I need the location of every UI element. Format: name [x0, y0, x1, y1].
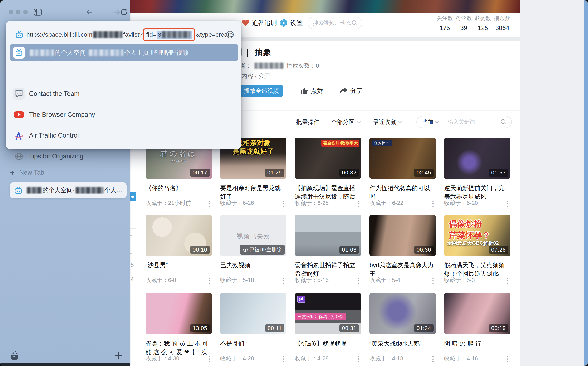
more-options-icon[interactable] [357, 200, 360, 208]
more-options-icon[interactable] [282, 277, 285, 285]
video-title[interactable]: 雀巢：我 的 员 工 不 可 能 这 么 可 爱 ❤【二次元爆改 [146, 339, 212, 356]
video-thumbnail[interactable]: 00:11 [220, 293, 286, 334]
video-title[interactable]: 阴 暗 の 爬 行 [444, 339, 511, 348]
video-card[interactable]: 经死杰米我让你喝，打死你00:31【街霸6】就喝就喝收藏于：4-28 [295, 293, 361, 366]
duration-badge: 01:03 [340, 246, 359, 254]
play-all-button[interactable]: 播放全部视频 [240, 85, 283, 97]
more-options-icon[interactable] [432, 277, 434, 285]
thumbnail-caption: 全网最逆天GBC解析02 [447, 240, 499, 246]
video-thumbnail[interactable]: 01:57 [444, 137, 511, 179]
video-thumbnail[interactable]: 00:10 [146, 215, 212, 256]
more-options-icon[interactable] [432, 200, 434, 208]
more-options-icon[interactable] [208, 200, 211, 208]
video-title[interactable]: 作为怪猎代餐真的可以吗 [370, 184, 436, 201]
search-icon[interactable] [500, 119, 507, 125]
dot [433, 200, 434, 202]
video-thumbnail[interactable]: 00:36 [370, 215, 436, 256]
video-card[interactable]: 00:10“沙县男”收藏于：6-8 [146, 215, 212, 288]
nav-bangumi[interactable]: 追番追剧 [242, 18, 277, 28]
video-title[interactable]: “沙县男” [146, 261, 212, 269]
header-search-input[interactable]: 搜索视频、动态 [308, 17, 362, 29]
scope-dropdown[interactable]: 当前 [423, 118, 439, 126]
keyword-input[interactable]: 输入关键词 [448, 118, 500, 126]
saved-label: 收藏于： [295, 277, 317, 283]
suggestion-browser-company[interactable]: The Browser Company [10, 105, 238, 124]
video-title[interactable]: 逆天萌新提前关门，完美武器尽显威风 [444, 184, 511, 201]
batch-actions-button[interactable]: 批量操作 [296, 116, 319, 128]
video-title[interactable]: “黄泉大战dark天鹅” [370, 339, 436, 348]
more-options-icon[interactable] [208, 277, 211, 285]
video-card[interactable]: 00:19阴 暗 の 爬 行收藏于：4-16 [444, 293, 511, 366]
more-options-icon[interactable] [282, 200, 285, 208]
video-thumbnail[interactable]: 01:24 [370, 293, 436, 334]
video-thumbnail[interactable]: 01:03 [295, 215, 361, 256]
video-title[interactable]: 要是相亲对象是黑龙就好了 [220, 184, 286, 201]
video-card[interactable]: 01:03爱音拍素世拍祥子拍立希壁咚灯收藏于：5-15 [295, 215, 361, 288]
saved-date: 6-25 [317, 200, 329, 206]
video-title[interactable]: 已失效视频 [220, 261, 286, 269]
video-card[interactable]: 任务柜台02:45作为怪猎代餐真的可以吗收藏于：6-22 [370, 137, 436, 211]
sidebar-toggle-icon[interactable] [33, 8, 42, 16]
video-title[interactable]: 爱音拍素世拍祥子拍立希壁咚灯 [295, 261, 361, 278]
more-options-icon[interactable] [357, 277, 360, 285]
suggestion-contact-team[interactable]: Contact the Team [10, 84, 238, 103]
active-tab[interactable]: 的个人空间· 个人… [10, 182, 127, 198]
video-thumbnail[interactable]: 13:05 [146, 293, 212, 334]
suggestion-air-traffic-control[interactable]: Air Traffic Control [10, 126, 238, 145]
saved-date: 6-20 [467, 200, 478, 206]
library-icon[interactable] [9, 351, 20, 361]
video-card[interactable]: 13:05雀巢：我 的 员 工 不 可 能 这 么 可 爱 ❤【二次元爆改收藏于… [146, 293, 212, 366]
video-card[interactable]: 视频已失效已被UP主删除已失效视频收藏于：5-18 [220, 215, 286, 288]
more-options-icon[interactable] [506, 277, 509, 285]
info-icon[interactable] [226, 30, 234, 39]
category-dropdown[interactable]: 全部分区 [331, 116, 361, 128]
saved-date-row: 收藏于：6-8 [146, 276, 176, 284]
video-title[interactable]: 【抽象现场】霍金直播连续射击汉尼拔，随后直播间被封 [295, 184, 361, 201]
more-options-icon[interactable] [506, 200, 509, 208]
traffic-light-zoom[interactable] [23, 10, 28, 14]
arc-logo-icon [14, 131, 24, 140]
saved-date: 4-28 [243, 355, 254, 362]
video-thumbnail[interactable]: 偶像炒粉芹菜怀孕？全网最逆天GBC解析0207:28 [444, 215, 511, 256]
url-bar[interactable]: https://space.bilibili.com favlist? fid=… [15, 28, 233, 41]
nav-settings[interactable]: 设置 [280, 18, 303, 28]
more-options-icon[interactable] [282, 355, 285, 363]
more-options-icon[interactable] [357, 355, 360, 363]
share-button[interactable]: 分享 [340, 85, 362, 97]
more-options-icon[interactable] [432, 355, 434, 363]
reload-icon[interactable] [120, 8, 128, 16]
traffic-light-minimize[interactable] [16, 10, 20, 14]
suggestion-tips-organizing[interactable]: Tips for Organizing [10, 147, 238, 166]
more-options-icon[interactable] [208, 355, 211, 363]
video-card[interactable]: 霍金铁肘!致敬牢大00:32【抽象现场】霍金直播连续射击汉尼拔，随后直播间被封收… [295, 137, 361, 211]
new-tab-plus-icon[interactable] [114, 351, 123, 360]
stat-plays[interactable]: 播放数 3064 [490, 15, 515, 31]
new-tab-button[interactable]: + New Tab [10, 168, 44, 178]
suggestion-selected[interactable]: 的个人空间· 个人主页-哔哩哔哩视频 [10, 44, 238, 61]
video-thumbnail[interactable]: 任务柜台02:45 [370, 137, 436, 179]
video-thumbnail[interactable]: 经死杰米我让你喝，打死你00:31 [295, 293, 361, 334]
dot [358, 358, 359, 360]
video-card[interactable]: 00:36byd我这室友是真像大力王收藏于：5-4 [370, 215, 436, 288]
video-title[interactable]: 不是哥们 [220, 339, 286, 348]
selected-fid: 3 [157, 31, 193, 38]
back-icon[interactable] [85, 8, 93, 16]
video-card[interactable]: 01:57逆天萌新提前关门，完美武器尽显威风收藏于：6-20 [444, 137, 511, 211]
video-thumbnail[interactable]: 视频已失效已被UP主删除 [220, 215, 286, 256]
video-title[interactable]: 【街霸6】就喝就喝 [295, 339, 361, 348]
video-title[interactable]: 《你的马名》 [146, 184, 212, 192]
video-title[interactable]: byd我这室友是真像大力王 [370, 261, 436, 278]
video-thumbnail[interactable]: 00:19 [444, 293, 511, 334]
video-card[interactable]: 01:24“黄泉大战dark天鹅”收藏于：4-18 [370, 293, 436, 366]
traffic-light-close[interactable] [8, 10, 13, 14]
video-card[interactable]: 偶像炒粉芹菜怀孕？全网最逆天GBC解析0207:28假药满天飞，笑点频频爆！全网… [444, 215, 511, 288]
sort-label: 最近收藏 [373, 116, 396, 128]
video-title[interactable]: 假药满天飞，笑点频频爆！全网最逆天Girls Band Cry解析 [444, 261, 511, 278]
like-button[interactable]: 点赞 [300, 85, 323, 97]
video-thumbnail[interactable]: 霍金铁肘!致敬牢大00:32 [295, 137, 361, 179]
share-label: 分享 [350, 87, 362, 95]
video-card[interactable]: 00:11不是哥们收藏于：4-28 [220, 293, 286, 366]
selected-folder-fragment[interactable] [130, 192, 136, 201]
sort-dropdown[interactable]: 最近收藏 [373, 116, 402, 128]
more-options-icon[interactable] [506, 355, 509, 363]
